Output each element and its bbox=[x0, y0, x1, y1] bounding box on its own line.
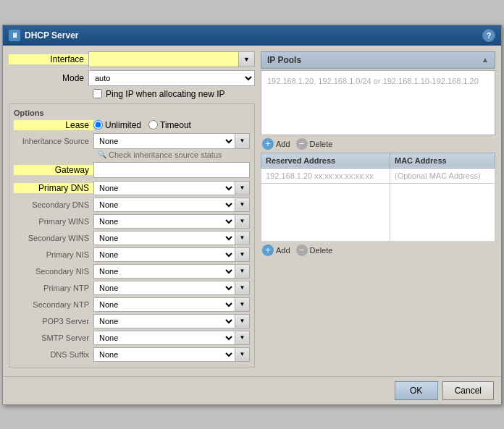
ip-pools-title: IP Pools bbox=[267, 55, 301, 65]
dialog-footer: OK Cancel bbox=[3, 376, 501, 404]
secondary-ntp-label: Secondary NTP bbox=[14, 300, 93, 309]
reserved-delete-button[interactable]: − Delete bbox=[296, 245, 333, 256]
primary-ntp-row: Primary NTP None ▼ bbox=[14, 281, 250, 295]
dhcp-icon: 🖥 bbox=[9, 30, 20, 41]
ip-pools-add-button[interactable]: + Add bbox=[262, 138, 290, 150]
empty-cell-2 bbox=[390, 183, 495, 241]
check-inheritance-row: Check inheritance source status bbox=[14, 150, 250, 159]
secondary-dns-row: Secondary DNS None ▼ bbox=[14, 197, 250, 212]
secondary-dns-select[interactable]: None bbox=[93, 197, 235, 212]
delete-icon: − bbox=[296, 138, 308, 150]
primary-nis-dropdown-btn[interactable]: ▼ bbox=[235, 247, 250, 262]
mac-address-cell: (Optional MAC Address) bbox=[390, 168, 495, 183]
primary-ntp-dropdown-btn[interactable]: ▼ bbox=[235, 281, 250, 295]
primary-nis-label: Primary NIS bbox=[14, 250, 93, 259]
table-row: 192.168.1.20 xx:xx:xx:xx:xx:xx (Optional… bbox=[261, 168, 495, 183]
primary-wins-label: Primary WINS bbox=[14, 217, 93, 226]
interface-field-wrap: ▼ bbox=[88, 51, 255, 67]
reserved-add-button[interactable]: + Add bbox=[262, 245, 290, 256]
pop3-server-dropdown-btn[interactable]: ▼ bbox=[235, 314, 250, 328]
gateway-row: Gateway bbox=[14, 162, 250, 178]
secondary-nis-wrap: None ▼ bbox=[93, 264, 250, 279]
primary-wins-row: Primary WINS None ▼ bbox=[14, 214, 250, 229]
secondary-wins-dropdown-btn[interactable]: ▼ bbox=[235, 231, 250, 245]
secondary-wins-label: Secondary WINS bbox=[14, 234, 93, 242]
ok-button[interactable]: OK bbox=[395, 381, 438, 400]
primary-ntp-label: Primary NTP bbox=[14, 284, 93, 292]
check-inheritance-link[interactable]: Check inheritance source status bbox=[98, 150, 250, 159]
add-label-2: Add bbox=[276, 246, 290, 255]
primary-ntp-wrap: None ▼ bbox=[93, 281, 250, 295]
reserved-add-delete-bar: + Add − Delete bbox=[261, 242, 495, 259]
dns-suffix-select[interactable]: None bbox=[93, 347, 235, 362]
ip-pools-delete-button[interactable]: − Delete bbox=[296, 138, 333, 150]
secondary-wins-row: Secondary WINS None ▼ bbox=[14, 231, 250, 245]
mode-select[interactable]: auto bbox=[88, 70, 255, 86]
interface-label: Interface bbox=[9, 54, 88, 64]
mac-address-header: MAC Address bbox=[390, 153, 495, 168]
smtp-server-dropdown-btn[interactable]: ▼ bbox=[235, 331, 250, 345]
pop3-server-row: POP3 Server None ▼ bbox=[14, 314, 250, 328]
secondary-nis-select[interactable]: None bbox=[93, 264, 235, 279]
primary-dns-dropdown-btn[interactable]: ▼ bbox=[235, 181, 250, 195]
reserved-address-cell: 192.168.1.20 xx:xx:xx:xx:xx:xx bbox=[261, 168, 390, 183]
interface-input[interactable] bbox=[88, 51, 239, 67]
primary-dns-label: Primary DNS bbox=[14, 183, 93, 193]
ping-checkbox[interactable] bbox=[93, 89, 102, 98]
primary-nis-wrap: None ▼ bbox=[93, 247, 250, 262]
ip-pools-add-delete-bar: + Add − Delete bbox=[261, 135, 495, 153]
secondary-ntp-dropdown-btn[interactable]: ▼ bbox=[235, 297, 250, 312]
inheritance-select[interactable]: None bbox=[93, 133, 235, 149]
unlimited-radio[interactable] bbox=[93, 120, 103, 129]
secondary-ntp-select[interactable]: None bbox=[93, 297, 235, 312]
inheritance-select-wrap: None ▼ bbox=[93, 133, 250, 149]
mode-label: Mode bbox=[9, 73, 88, 83]
title-bar: 🖥 DHCP Server ? bbox=[3, 25, 501, 46]
gateway-input[interactable] bbox=[93, 162, 250, 178]
primary-wins-dropdown-btn[interactable]: ▼ bbox=[235, 214, 250, 229]
left-panel: Interface ▼ Mode auto Ping IP when alloc bbox=[9, 51, 255, 370]
pop3-server-select[interactable]: None bbox=[93, 314, 235, 328]
delete-label-2: Delete bbox=[310, 246, 333, 255]
dialog-body: Interface ▼ Mode auto Ping IP when alloc bbox=[3, 46, 501, 376]
smtp-server-select[interactable]: None bbox=[93, 331, 235, 345]
secondary-wins-select[interactable]: None bbox=[93, 231, 235, 245]
secondary-nis-dropdown-btn[interactable]: ▼ bbox=[235, 264, 250, 279]
smtp-server-label: SMTP Server bbox=[14, 334, 93, 342]
timeout-option[interactable]: Timeout bbox=[148, 120, 191, 130]
options-section: Options Lease Unlimited Timeout bbox=[9, 103, 255, 368]
primary-dns-wrap: None ▼ bbox=[93, 181, 250, 195]
mode-select-wrap: auto bbox=[88, 70, 255, 86]
secondary-ntp-row: Secondary NTP None ▼ bbox=[14, 297, 250, 312]
options-legend: Options bbox=[14, 109, 250, 117]
cancel-button[interactable]: Cancel bbox=[442, 381, 494, 400]
empty-cell-1 bbox=[261, 183, 390, 241]
help-button[interactable]: ? bbox=[482, 29, 495, 42]
secondary-dns-dropdown-btn[interactable]: ▼ bbox=[235, 197, 250, 212]
interface-dropdown-btn[interactable]: ▼ bbox=[239, 51, 255, 67]
smtp-server-row: SMTP Server None ▼ bbox=[14, 331, 250, 345]
pop3-server-wrap: None ▼ bbox=[93, 314, 250, 328]
dialog-title: DHCP Server bbox=[25, 30, 78, 41]
primary-nis-row: Primary NIS None ▼ bbox=[14, 247, 250, 262]
ip-pools-placeholder-text: 192.168.1.20, 192.168.1.0/24 or 192.168.… bbox=[267, 77, 479, 85]
title-bar-left: 🖥 DHCP Server bbox=[9, 30, 78, 41]
primary-dns-select[interactable]: None bbox=[93, 181, 235, 195]
dns-suffix-label: DNS Suffix bbox=[14, 350, 93, 359]
secondary-nis-row: Secondary NIS None ▼ bbox=[14, 264, 250, 279]
secondary-dns-wrap: None ▼ bbox=[93, 197, 250, 212]
ping-checkbox-row: Ping IP when allocating new IP bbox=[9, 89, 255, 99]
timeout-radio[interactable] bbox=[148, 120, 158, 129]
unlimited-option[interactable]: Unlimited bbox=[93, 120, 141, 130]
inheritance-dropdown-btn[interactable]: ▼ bbox=[235, 133, 250, 149]
primary-wins-select[interactable]: None bbox=[93, 214, 235, 229]
table-row-empty bbox=[261, 183, 495, 241]
gateway-label: Gateway bbox=[14, 165, 93, 175]
ip-pools-sort-icon[interactable]: ▲ bbox=[482, 56, 489, 64]
dns-suffix-wrap: None ▼ bbox=[93, 347, 250, 362]
dns-suffix-dropdown-btn[interactable]: ▼ bbox=[235, 347, 250, 362]
primary-nis-select[interactable]: None bbox=[93, 247, 235, 262]
secondary-ntp-wrap: None ▼ bbox=[93, 297, 250, 312]
table-header-row: Reserved Address MAC Address bbox=[261, 153, 495, 168]
primary-ntp-select[interactable]: None bbox=[93, 281, 235, 295]
